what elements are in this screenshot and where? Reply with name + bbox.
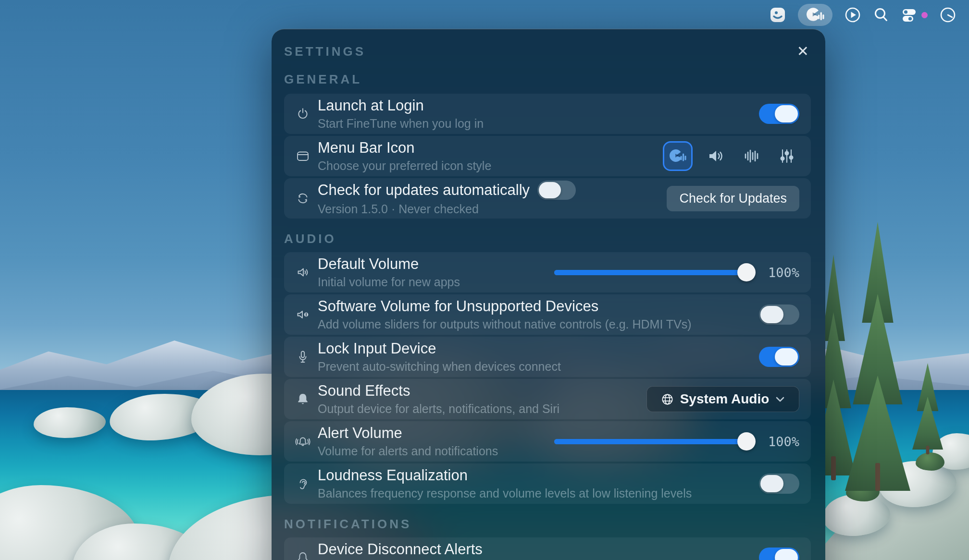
slider-fill [554,439,746,444]
refresh-icon [292,191,314,206]
auto-update-toggle[interactable] [537,181,576,200]
bell-ring-icon [292,434,314,449]
section-title-notifications: NOTIFICATIONS [284,516,811,532]
setting-row-check-updates: Check for updates automatically Version … [284,178,811,219]
microphone-icon [292,349,314,365]
setting-row-sound-effects: Sound Effects Output device for alerts, … [284,379,811,419]
wallpaper-pine-tree [845,222,910,491]
slider-fill [554,270,746,275]
setting-subtitle: Initial volume for new apps [318,275,550,289]
setting-title: Check for updates automatically [318,182,530,199]
setting-title: Software Volume for Unsupported Devices [318,298,755,315]
setting-subtitle: Prevent auto-switching when devices conn… [318,360,755,374]
icon-style-finetune-logo[interactable] [663,141,693,171]
search-icon[interactable] [873,7,889,23]
setting-subtitle: Add volume sliders for outputs without n… [318,317,755,331]
control-center-icon[interactable] [901,6,928,24]
setting-subtitle: Balances frequency response and volume l… [318,487,755,500]
launch-at-login-toggle[interactable] [759,104,799,124]
setting-title: Sound Effects [318,382,643,400]
setting-subtitle: Choose your preferred icon style [318,159,659,173]
setting-row-loudness-eq: Loudness Equalization Balances frequency… [284,463,811,504]
close-icon[interactable]: ✕ [795,43,811,60]
ear-icon [292,476,314,491]
setting-subtitle: Output device for alerts, notifications,… [318,402,643,416]
setting-title: Menu Bar Icon [318,139,659,157]
wallpaper-bush [916,452,944,471]
sound-effects-value: System Audio [680,391,770,407]
setting-title: Launch at Login [318,97,755,114]
icon-style-speaker[interactable] [703,144,728,169]
section-title-general: GENERAL [284,72,811,87]
setting-row-lock-input: Lock Input Device Prevent auto-switching… [284,337,811,377]
check-for-updates-button[interactable]: Check for Updates [667,186,799,211]
setting-row-menu-bar-icon: Menu Bar Icon Choose your preferred icon… [284,136,811,176]
default-volume-slider[interactable] [554,263,746,281]
section-title-audio: AUDIO [284,231,811,246]
sound-effects-dropdown[interactable]: System Audio [646,386,799,412]
setting-subtitle: Version 1.5.0 · Never checked [318,202,663,216]
icon-style-waveform[interactable] [739,144,764,169]
menu-bar-icon-picker [663,141,799,171]
menu-bar [769,4,957,26]
notification-dot [921,12,928,18]
panel-title: SETTINGS [284,44,366,59]
chevron-down-icon [775,396,785,402]
setting-row-default-volume: Default Volume Initial volume for new ap… [284,252,811,292]
wallpaper-pine-sapling [912,363,943,454]
speaker-alert-icon [292,307,314,322]
setting-title: Device Disconnect Alerts [318,541,755,558]
software-volume-toggle[interactable] [759,304,799,325]
setting-row-launch-at-login: Launch at Login Start FineTune when you … [284,94,811,134]
setting-title: Lock Input Device [318,340,755,357]
slider-knob[interactable] [737,432,756,450]
setting-subtitle: Volume for alerts and notifications [318,444,550,458]
loudness-eq-toggle[interactable] [759,474,799,494]
bell-outline-icon [292,550,314,560]
setting-title: Loudness Equalization [318,467,755,484]
default-volume-value: 100% [757,265,799,280]
setting-title: Alert Volume [318,425,550,442]
device-disconnect-toggle[interactable] [759,548,799,560]
clock-icon[interactable] [939,6,957,24]
face-app-icon[interactable] [769,6,786,24]
menubar-window-icon [292,148,314,164]
settings-panel: SETTINGS ✕ GENERAL Launch at Login Start… [272,29,825,560]
alert-volume-slider[interactable] [554,432,746,450]
speaker-wave-icon [292,265,314,280]
finetune-menubar-icon[interactable] [798,4,832,26]
setting-subtitle: Start FineTune when you log in [318,117,755,131]
slider-knob[interactable] [737,263,756,281]
setting-title: Default Volume [318,256,550,273]
globe-icon [661,393,674,406]
panel-header: SETTINGS ✕ [284,44,811,59]
power-icon [292,106,314,122]
play-circle-icon[interactable] [844,6,861,24]
setting-row-device-disconnect: Device Disconnect Alerts Show notificati… [284,537,811,560]
icon-style-sliders[interactable] [774,144,799,169]
bell-filled-icon [292,391,314,407]
lock-input-toggle[interactable] [759,347,799,367]
setting-row-software-volume: Software Volume for Unsupported Devices … [284,294,811,335]
setting-row-alert-volume: Alert Volume Volume for alerts and notif… [284,421,811,462]
alert-volume-value: 100% [757,434,799,449]
